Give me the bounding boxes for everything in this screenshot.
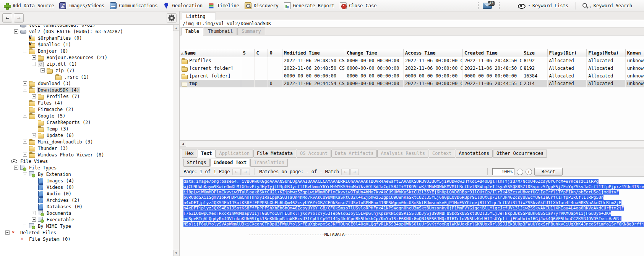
collapse-icon[interactable] <box>5 230 10 235</box>
tree-item-files-4[interactable]: Files (4) <box>0 100 173 106</box>
collapse-icon[interactable] <box>14 166 18 170</box>
table-row-current-folder[interactable]: [current folder]2022-11-06 20:48:50 CST0… <box>180 64 644 72</box>
tab-hex[interactable]: Hex <box>182 150 197 158</box>
column-header-name[interactable]: △Name <box>180 49 241 57</box>
table-row-tmp[interactable]: tmp02022-11-06 20:44:54 CST0000-00-00 00… <box>180 80 644 87</box>
zoom-out-button[interactable]: − <box>517 169 523 175</box>
column-header-modified-time[interactable]: Modified Time <box>282 49 345 57</box>
column-header-created-time[interactable]: Created Time <box>463 49 522 57</box>
zoom-in-button[interactable]: + <box>526 169 532 175</box>
tree-item-unalloc-1[interactable]: $Unalloc (1) <box>0 41 173 48</box>
view-tab-table[interactable]: Table <box>181 27 203 35</box>
tab-annotations[interactable]: Annotations <box>456 150 493 158</box>
indexed-text-content[interactable]: data:image/png;base64, iVBORw0KGgoAAAANS… <box>180 176 644 256</box>
expand-icon[interactable] <box>32 55 36 60</box>
table-row-parent-folder[interactable]: [parent folder]0000-00-00 00:00:000000-0… <box>180 72 644 80</box>
communications-button[interactable]: Communications <box>108 1 161 11</box>
tree-item-downloadsdk-4[interactable]: DownloadSDK (4) <box>0 87 173 93</box>
column-header-known[interactable]: Known <box>625 49 644 57</box>
tree-item-google-5[interactable]: Google (5) <box>0 113 173 119</box>
timeline-button[interactable]: Timeline <box>206 1 243 11</box>
tree-item-bonjour-8[interactable]: Bonjour (8) <box>0 48 173 54</box>
tree-item-zip-7[interactable]: zip (7) <box>0 67 173 74</box>
scroll-down-icon[interactable]: ▼ <box>173 250 179 256</box>
add-data-source-button[interactable]: Add Data Source <box>2 1 57 11</box>
tree-item-file-system-0[interactable]: File System (0) <box>0 236 173 242</box>
tree-item-crashreports-2[interactable]: CrashReports (2) <box>0 119 173 126</box>
collapse-icon[interactable] <box>41 68 45 72</box>
next-match-button[interactable]: → <box>350 169 359 175</box>
expand-icon[interactable] <box>32 211 36 215</box>
collapse-icon[interactable] <box>14 29 18 34</box>
tree-item-databases-0[interactable]: Databases (0) <box>0 203 173 210</box>
tree-item-download-3[interactable]: download (3) <box>0 80 173 87</box>
table-horizontal-scrollbar[interactable]: ◀ ▶ <box>180 140 644 147</box>
generate-report-button[interactable]: Generate Report <box>282 1 338 11</box>
expand-icon[interactable] <box>32 217 36 222</box>
forward-button[interactable]: → <box>14 13 24 23</box>
expand-icon[interactable] <box>23 153 27 157</box>
column-header-s[interactable]: S <box>241 49 255 57</box>
tree-item-firmcache-2[interactable]: Firmcache (2) <box>0 106 173 113</box>
table-row-profiles[interactable]: Profiles2022-11-06 20:48:50 CST0000-00-0… <box>180 57 644 64</box>
tree-item-audio-0[interactable]: Audio (0) <box>0 190 173 197</box>
prev-page-button[interactable]: ← <box>232 169 241 175</box>
tree-item-mini-downloadlib-3[interactable]: Mini_downloadlib (3) <box>0 138 173 145</box>
column-header-change-time[interactable]: Change Time <box>345 49 404 57</box>
tab-file-metadata[interactable]: File Metadata <box>253 150 296 158</box>
tree-item-by-extension[interactable]: By Extension <box>0 171 173 177</box>
collapse-icon[interactable] <box>23 114 27 118</box>
tree-scrollbar[interactable]: ▲ ▼ <box>173 25 179 256</box>
scroll-up-icon[interactable]: ▲ <box>173 25 179 31</box>
tree-item-executable[interactable]: Executable <box>0 216 173 223</box>
zoom-level-field[interactable]: 100% <box>492 168 514 175</box>
tree-item-videos-0[interactable]: Videos (0) <box>0 184 173 190</box>
expand-icon[interactable] <box>23 224 27 228</box>
tree-item-images-4[interactable]: Images (4) <box>0 177 173 184</box>
tree-item-documents[interactable]: Documents <box>0 210 173 216</box>
back-button[interactable]: ← <box>2 13 12 23</box>
tab-other-occurrences[interactable]: Other Occurrences <box>493 150 547 158</box>
next-page-button[interactable]: → <box>242 169 250 175</box>
prev-match-button[interactable]: ← <box>341 169 350 175</box>
column-header-access-time[interactable]: Access Time <box>403 49 462 57</box>
column-header-flags-dir-[interactable]: Flags(Dir) <box>547 49 587 57</box>
tree-item-bonjour-resources-21[interactable]: Bonjour.Resources (21) <box>0 54 173 61</box>
column-header-o[interactable]: O <box>268 49 282 57</box>
tree-item-file-types[interactable]: File Types <box>0 164 173 171</box>
column-header-size[interactable]: Size <box>522 49 547 57</box>
tree-item-file-views[interactable]: File Views <box>0 158 173 164</box>
listing-tab[interactable]: Listing <box>182 13 216 20</box>
keyword-search-button[interactable]: ▾ Keyword Search <box>580 1 636 11</box>
inbox-button[interactable]: 17 <box>481 1 497 10</box>
expand-icon[interactable] <box>32 133 36 137</box>
subtab-indexed-text[interactable]: Indexed Text <box>210 159 250 167</box>
expand-icon[interactable] <box>32 94 36 98</box>
collapse-icon[interactable] <box>32 62 36 66</box>
close-case-button[interactable]: Close Case <box>338 1 380 11</box>
tree-item-temp-3[interactable]: Temp (3) <box>0 126 173 132</box>
tree-item-archives-2[interactable]: Archives (2) <box>0 197 173 203</box>
tree-options-button[interactable] <box>167 13 177 23</box>
collapse-icon[interactable] <box>23 49 27 53</box>
column-header-flags-meta-[interactable]: Flags(Meta) <box>587 49 625 57</box>
tab-text[interactable]: Text <box>198 150 216 158</box>
tree-item-update-6[interactable]: Update (6) <box>0 132 173 138</box>
keyword-lists-button[interactable]: ▾ Keyword Lists <box>516 2 572 10</box>
view-tab-thumbnail[interactable]: Thumbnail <box>204 27 237 35</box>
expand-icon[interactable] <box>23 140 27 144</box>
tree-item-vol2-dos-fat16-0x06-63-524287[interactable]: vol2 (DOS FAT16 (0x06): 63-524287) <box>0 28 173 35</box>
subtab-strings[interactable]: Strings <box>183 159 210 167</box>
zoom-reset-button[interactable]: Reset <box>534 168 563 175</box>
geolocation-button[interactable]: Geolocation <box>161 1 206 11</box>
collapse-icon[interactable] <box>23 172 27 176</box>
tree-item-rsrc-1[interactable]: .rsrc (1) <box>0 74 173 80</box>
images-videos-button[interactable]: Images/Videos <box>57 1 108 11</box>
collapse-icon[interactable] <box>23 88 27 92</box>
scroll-left-icon[interactable]: ◀ <box>180 141 186 147</box>
tree-item-orphanfiles-0[interactable]: $OrphanFiles (0) <box>0 35 173 41</box>
tree-item-vol1-unallocated-0-62[interactable]: vol1 (Unallocated: 0-62) <box>0 25 173 28</box>
tree-item-windows-photo-viewer-8[interactable]: Windows Photo Viewer (8) <box>0 151 173 158</box>
tree-item-deleted-files[interactable]: Deleted Files <box>0 229 173 236</box>
discovery-button[interactable]: Discovery <box>243 1 282 11</box>
